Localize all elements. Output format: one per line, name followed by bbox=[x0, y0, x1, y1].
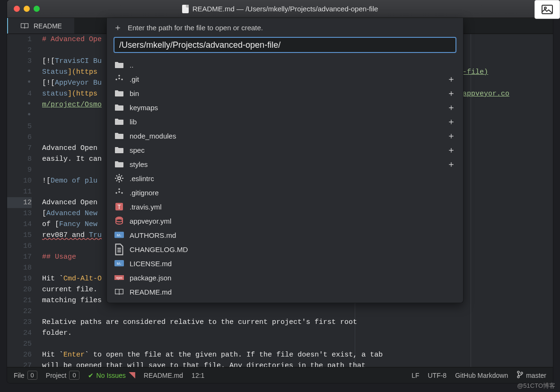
file-row-gitignore[interactable]: .gitignore bbox=[107, 185, 463, 200]
open-file-overlay: ＋ Enter the path for the file to open or… bbox=[106, 18, 464, 303]
file-row-[interactable]: .. bbox=[107, 58, 463, 72]
file-name: appveyor.yml bbox=[130, 217, 171, 225]
file-name: README.md bbox=[130, 288, 172, 296]
folder-icon bbox=[114, 103, 124, 112]
md-icon: M↓ bbox=[114, 259, 124, 268]
status-filename[interactable]: README.md bbox=[144, 372, 183, 379]
svg-point-2 bbox=[521, 372, 523, 374]
svg-text:T: T bbox=[117, 204, 121, 210]
file-row-eslintrc[interactable]: .eslintrc bbox=[107, 171, 463, 185]
file-name: LICENSE.md bbox=[130, 260, 172, 268]
repo-icon bbox=[114, 188, 124, 197]
add-icon[interactable]: ＋ bbox=[447, 144, 455, 156]
titlebar: README.md — /Users/mkelly/Projects/advan… bbox=[7, 0, 553, 18]
folder-icon bbox=[114, 131, 124, 140]
gear-icon bbox=[114, 174, 124, 183]
file-name: styles bbox=[130, 160, 148, 168]
folder-icon bbox=[114, 146, 124, 154]
svg-text:M↓: M↓ bbox=[117, 261, 122, 266]
repo-icon bbox=[114, 75, 124, 83]
file-name: .eslintrc bbox=[130, 174, 154, 183]
file-row-spec[interactable]: spec＋ bbox=[107, 143, 463, 157]
window-minimize[interactable] bbox=[24, 6, 30, 12]
watermark: @51CTO博客 bbox=[517, 382, 555, 390]
status-eol[interactable]: LF bbox=[411, 372, 419, 379]
file-row-travisyml[interactable]: T.travis.yml bbox=[107, 200, 463, 214]
path-input[interactable] bbox=[119, 40, 451, 50]
book-icon bbox=[114, 287, 124, 296]
file-row-lib[interactable]: lib＋ bbox=[107, 114, 463, 129]
git-branch-icon bbox=[516, 371, 523, 380]
folder-icon bbox=[114, 89, 124, 97]
travis-icon: T bbox=[114, 202, 124, 211]
file-name: bin bbox=[130, 89, 139, 97]
file-name: .git bbox=[130, 75, 139, 83]
file-name: package.json bbox=[130, 274, 171, 282]
tab-readme[interactable]: README bbox=[7, 18, 74, 34]
external-image-tab[interactable] bbox=[534, 0, 560, 19]
svg-text:M↓: M↓ bbox=[117, 233, 122, 237]
file-row-styles[interactable]: styles＋ bbox=[107, 157, 463, 171]
file-name: AUTHORS.md bbox=[130, 231, 176, 239]
npm-icon: npm bbox=[114, 273, 124, 282]
file-row-keymaps[interactable]: keymaps＋ bbox=[107, 100, 463, 114]
file-name: keymaps bbox=[130, 104, 158, 112]
add-icon[interactable]: ＋ bbox=[447, 73, 455, 85]
file-name: lib bbox=[130, 118, 137, 126]
plus-icon: ＋ bbox=[114, 22, 121, 33]
tab-label: README bbox=[34, 22, 62, 30]
svg-text:npm: npm bbox=[116, 276, 122, 280]
overlay-hint: Enter the path for the file to open or c… bbox=[128, 24, 263, 32]
file-name: .travis.yml bbox=[130, 203, 162, 211]
svg-point-15 bbox=[544, 7, 546, 9]
file-row-AUTHORSmd[interactable]: M↓AUTHORS.md bbox=[107, 228, 463, 242]
file-name: node_modules bbox=[130, 132, 176, 140]
add-icon[interactable]: ＋ bbox=[447, 102, 455, 113]
window-close[interactable] bbox=[14, 6, 20, 12]
status-bar: File 0 Project 0 ✔ No Issues README.md 1… bbox=[7, 367, 553, 383]
status-branch[interactable]: master bbox=[516, 371, 546, 380]
folder-icon bbox=[114, 160, 124, 168]
svg-point-3 bbox=[118, 177, 121, 180]
file-row-READMEmd[interactable]: README.md bbox=[107, 285, 463, 299]
file-row-CHANGELOGMD[interactable]: CHANGELOG.MD bbox=[107, 242, 463, 256]
file-row-git[interactable]: .git＋ bbox=[107, 72, 463, 86]
file-row-appveyoryml[interactable]: appveyor.yml bbox=[107, 214, 463, 228]
md-icon: M↓ bbox=[114, 231, 124, 239]
add-icon[interactable]: ＋ bbox=[447, 158, 455, 170]
add-icon[interactable]: ＋ bbox=[447, 130, 455, 141]
file-name: CHANGELOG.MD bbox=[130, 245, 188, 253]
folder-icon bbox=[114, 61, 124, 69]
svg-point-7 bbox=[116, 219, 122, 222]
file-name: .gitignore bbox=[130, 189, 159, 197]
svg-point-0 bbox=[517, 371, 519, 373]
book-icon bbox=[20, 23, 29, 29]
add-icon[interactable]: ＋ bbox=[447, 116, 455, 127]
file-list: ...git＋bin＋keymaps＋lib＋node_modules＋spec… bbox=[107, 58, 463, 303]
db-icon bbox=[114, 217, 124, 225]
file-icon bbox=[182, 5, 189, 13]
file-row-nodemodules[interactable]: node_modules＋ bbox=[107, 129, 463, 143]
status-encoding[interactable]: UTF-8 bbox=[428, 372, 446, 379]
svg-point-1 bbox=[517, 376, 519, 378]
file-row-LICENSEmd[interactable]: M↓LICENSE.md bbox=[107, 256, 463, 270]
status-file[interactable]: File 0 bbox=[14, 371, 37, 380]
status-position[interactable]: 12:1 bbox=[192, 372, 204, 379]
window-maximize[interactable] bbox=[34, 6, 40, 12]
add-icon[interactable]: ＋ bbox=[447, 87, 455, 99]
lint-icon bbox=[129, 372, 135, 379]
status-project[interactable]: Project 0 bbox=[46, 371, 79, 380]
doc-icon bbox=[114, 245, 124, 253]
folder-icon bbox=[114, 117, 124, 126]
gutter: 123••4••56789101112131415161718192021222… bbox=[7, 34, 36, 367]
file-row-bin[interactable]: bin＋ bbox=[107, 86, 463, 100]
path-input-wrap[interactable] bbox=[114, 37, 456, 53]
file-row-packagejson[interactable]: npmpackage.json bbox=[107, 270, 463, 285]
check-icon: ✔ bbox=[88, 372, 94, 379]
file-name: spec bbox=[130, 146, 145, 154]
status-grammar[interactable]: GitHub Markdown bbox=[455, 372, 508, 379]
window-title: README.md — /Users/mkelly/Projects/advan… bbox=[192, 5, 378, 13]
status-issues[interactable]: ✔ No Issues bbox=[88, 372, 135, 379]
file-name: .. bbox=[130, 61, 133, 69]
